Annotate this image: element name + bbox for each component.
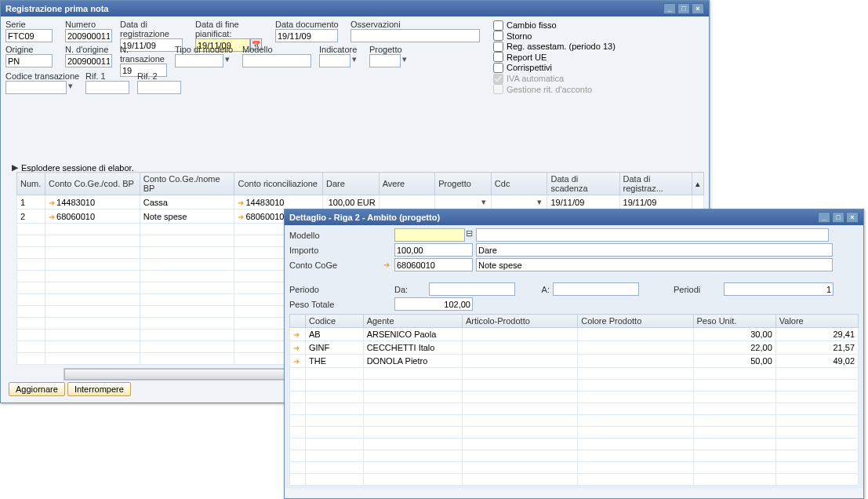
gest-rit-checkbox [493,84,503,94]
link-arrow-icon[interactable]: ➜ [293,344,300,352]
conto-coge-desc-field[interactable] [476,258,833,271]
dropdown-icon[interactable]: ▾ [480,197,488,207]
rif2-field[interactable] [137,81,181,94]
label-modello: Modello [242,45,314,54]
modello2-desc-field[interactable] [476,228,829,242]
col-agente[interactable]: Agente [363,315,462,328]
col-colore[interactable]: Colore Prodotto [578,315,693,328]
rif1-field[interactable] [85,81,129,94]
peso-tot-field[interactable] [394,297,473,311]
col-scad[interactable]: Data di scadenza [547,173,619,195]
dropdown-icon[interactable]: ▾ [401,54,409,67]
table-row[interactable]: ➜THEDONOLA Pietro50,0049,02 [290,355,859,368]
link-arrow-icon[interactable]: ➜ [238,199,244,207]
numero-field[interactable] [65,29,112,42]
label-data-fine: Data di fine pianificat: [195,20,271,38]
empty-row [290,450,859,462]
maximize-button[interactable]: □ [677,3,690,14]
link-arrow-icon[interactable]: ➜ [238,213,244,221]
col-num[interactable]: Num. [17,173,45,195]
label-gest-rit: Gestione rit. d'acconto [507,85,592,94]
corrisp-checkbox[interactable] [493,63,503,73]
label-cambio-fisso: Cambio fisso [507,20,557,30]
col-valore[interactable]: Valore [775,315,858,328]
periodi-field[interactable] [724,282,833,296]
col-peso-unit[interactable]: Peso Unit. [693,315,775,328]
n-origine-field[interactable] [65,54,112,67]
col-codice[interactable]: Codice [305,315,363,328]
progetto-field[interactable] [369,54,401,67]
link-arrow-icon[interactable]: ➜ [293,330,300,339]
storno-checkbox[interactable] [493,31,503,41]
link-arrow-icon[interactable]: ➜ [293,357,300,366]
link-arrow-icon[interactable]: ➜ [383,260,390,269]
indicat-field[interactable] [319,54,350,67]
scroll-up-icon[interactable]: ▴ [692,173,703,195]
label-periodo: Periodo [289,285,391,294]
importo-type-field[interactable] [476,243,833,257]
main-titlebar[interactable]: Registrazione prima nota _ □ × [1,1,709,16]
label-peso-tot: Peso Totale [289,300,391,309]
label-reg-assest: Reg. assestam. (periodo 13) [507,42,616,51]
empty-row [290,380,859,392]
a-field[interactable] [553,282,639,296]
label-progetto: Progetto [369,45,415,54]
serie-field[interactable] [5,29,53,42]
label-report-ue: Report UE [507,53,547,62]
label-tipo-mod: Tipo di modello [175,45,238,54]
label-data-doc: Data documento [275,20,346,29]
detail-titlebar[interactable]: Dettaglio - Riga 2 - Ambito (progetto) _… [285,209,863,225]
link-arrow-icon[interactable]: ➜ [49,213,55,221]
report-ue-checkbox[interactable] [493,52,503,62]
lookup-icon[interactable]: ⊟ [465,228,473,242]
col-dreg[interactable]: Data di registraz... [619,173,692,195]
col-nome[interactable]: Conto Co.Ge./nome BP [140,173,234,195]
importo-field[interactable] [394,243,473,257]
empty-row [290,403,859,415]
detail-grid: Codice Agente Articolo-Prodotto Colore P… [289,314,859,486]
label-rif1: Rif. 1 [85,71,133,81]
origine-field[interactable] [5,54,53,67]
minimize-button[interactable]: _ [663,3,676,14]
col-riconc[interactable]: Conto riconciliazione [234,173,323,195]
table-row[interactable]: ➜GINFCECCHETTI Italo22,0021,57 [290,341,859,355]
cod-trans-field[interactable] [5,81,67,94]
col-progetto[interactable]: Progetto [435,173,492,195]
dropdown-icon[interactable]: ▾ [67,81,74,94]
label-serie: Serie [5,20,60,29]
label-indicat: Indicatore [319,45,365,54]
col-dare[interactable]: Dare [323,173,380,195]
empty-row [290,439,859,450]
da-field[interactable] [429,282,515,296]
col-cdc[interactable]: Cdc [491,173,547,195]
close-button[interactable]: × [692,3,704,14]
cambio-fisso-checkbox[interactable] [493,20,503,31]
col-conto[interactable]: Conto Co.Ge./cod. BP [45,173,140,195]
session-label: Esplodere sessione di elabor. [21,163,134,173]
label-storno: Storno [507,31,532,41]
col-avere[interactable]: Avere [379,173,435,195]
table-row[interactable]: ➜ABARSENICO Paola30,0029,41 [290,328,859,341]
label-data-reg: Data di registrazione [120,20,191,38]
dropdown-icon[interactable]: ▾ [223,54,231,67]
reg-assest-checkbox[interactable] [493,42,503,52]
osserv-field[interactable] [350,29,480,42]
link-arrow-icon[interactable]: ➜ [49,199,55,207]
label-cod-trans: Codice transazione [5,71,81,81]
modello-field[interactable] [242,54,311,67]
close-button[interactable]: × [846,212,859,223]
dropdown-icon[interactable]: ▾ [350,54,358,67]
dropdown-icon[interactable]: ▾ [536,197,543,207]
iva-auto-checkbox [493,74,503,84]
tipo-mod-field[interactable] [175,54,223,67]
conto-coge-field[interactable] [394,258,473,271]
maximize-button[interactable]: □ [832,212,844,223]
col-articolo[interactable]: Articolo-Prodotto [462,315,577,328]
detail-window: Dettaglio - Riga 2 - Ambito (progetto) _… [284,209,864,499]
minimize-button[interactable]: _ [818,212,830,223]
table-row[interactable]: 1➜14483010Cassa➜14483010100,00 EUR▾▾19/1… [17,195,704,209]
modello2-field[interactable] [394,228,465,242]
data-doc-field[interactable] [275,29,338,42]
aggiornare-button[interactable]: Aggiornare [9,382,65,396]
interrompere-button[interactable]: Interrompere [67,382,131,396]
